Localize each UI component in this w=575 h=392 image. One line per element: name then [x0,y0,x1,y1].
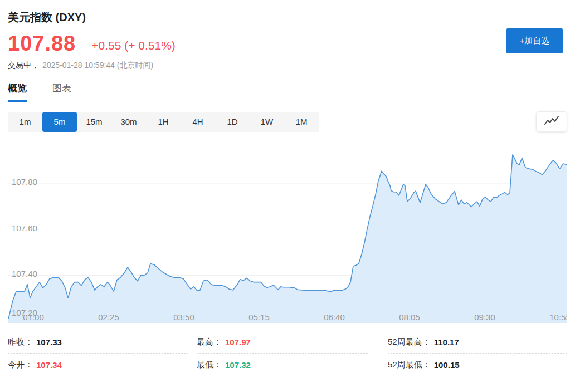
stat-label: 最高： [197,337,222,347]
stat-label: 最低： [197,360,222,370]
period-selector: 1m5m15m30m1H4H1D1W1M [8,112,319,132]
period-button-1D[interactable]: 1D [215,112,250,132]
stat-label: 52周最高： [388,337,431,347]
instrument-title: 美元指数 (DXY) [8,0,567,25]
stat-value: 107.33 [36,337,62,347]
stat-label: 昨收： [8,337,33,347]
stat-row: 52周最高：110.17 [388,331,567,354]
stats-panel: 昨收：107.33今开：107.34最高：107.97最低：107.3252周最… [8,331,567,376]
price-row: 107.88 +0.55 (+ 0.51%) [8,33,567,54]
current-price: 107.88 [8,33,76,54]
trading-status: 交易中， [8,61,39,70]
period-button-30m[interactable]: 30m [111,112,146,132]
stat-value: 107.34 [36,360,62,370]
period-button-1W[interactable]: 1W [250,112,284,132]
chart-area [8,138,567,323]
stat-column: 昨收：107.33今开：107.34 [8,331,188,376]
period-button-15m[interactable]: 15m [77,112,111,132]
stat-label: 52周最低： [388,360,431,370]
quote-page: 美元指数 (DXY) +加自选 107.88 +0.55 (+ 0.51%) 交… [0,0,575,376]
period-button-1m[interactable]: 1m [8,112,42,132]
period-button-1H[interactable]: 1H [146,112,181,132]
tab-bar: 概览图表 [8,82,567,102]
stat-row: 今开：107.34 [8,354,188,376]
stat-row: 昨收：107.33 [8,331,188,354]
stat-row: 最高：107.97 [197,331,368,354]
stat-column: 52周最高：110.1752周最低：100.15 [388,331,567,376]
stat-value: 100.15 [434,360,460,370]
price-change: +0.55 (+ 0.51%) [91,39,176,52]
stat-label: 今开： [8,360,33,370]
tab-chart[interactable]: 图表 [52,82,71,102]
chart-toolbar: 1m5m15m30m1H4H1D1W1M [8,111,567,132]
period-button-1M[interactable]: 1M [284,112,319,132]
line-chart-icon [543,116,560,128]
stat-column: 最高：107.97最低：107.32 [197,331,368,376]
quote-timestamp: 2025-01-28 10:59:44 (北京时间) [42,61,153,70]
stat-row: 最低：107.32 [197,354,368,376]
period-button-4H[interactable]: 4H [181,112,215,132]
stat-value: 107.97 [225,337,251,347]
price-chart[interactable]: 107.80107.60107.40107.2001:0002:2503:500… [8,138,567,323]
status-row: 交易中， 2025-01-28 10:59:44 (北京时间) [8,61,567,71]
stat-value: 110.17 [434,337,459,347]
stat-row: 52周最低：100.15 [388,354,567,376]
stat-value: 107.32 [225,360,251,370]
chart-style-button[interactable] [536,111,567,132]
tab-overview[interactable]: 概览 [8,82,27,102]
add-watchlist-button[interactable]: +加自选 [506,28,563,53]
period-button-5m[interactable]: 5m [42,112,77,132]
